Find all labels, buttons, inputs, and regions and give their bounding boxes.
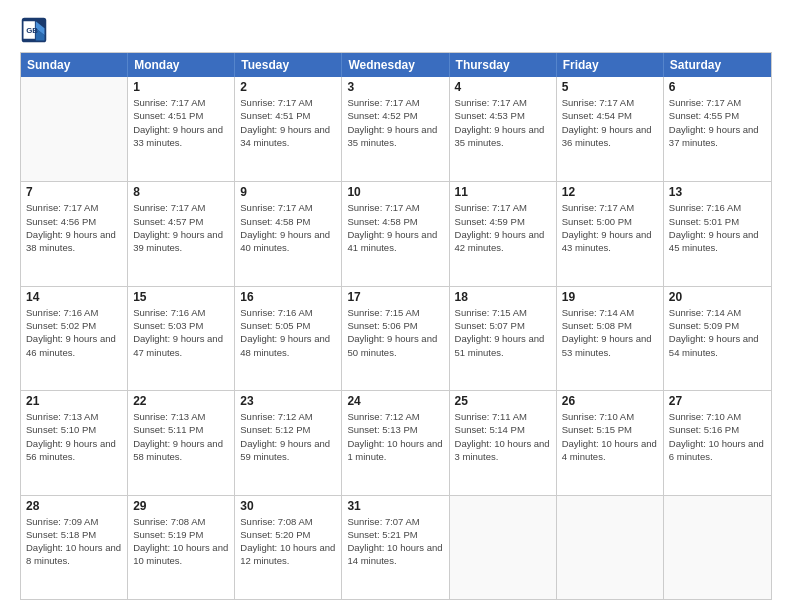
calendar-header: SundayMondayTuesdayWednesdayThursdayFrid… (21, 53, 771, 77)
calendar-day-16: 16Sunrise: 7:16 AMSunset: 5:05 PMDayligh… (235, 287, 342, 390)
calendar-day-13: 13Sunrise: 7:16 AMSunset: 5:01 PMDayligh… (664, 182, 771, 285)
day-number: 16 (240, 290, 336, 304)
day-info: Sunrise: 7:17 AMSunset: 4:53 PMDaylight:… (455, 96, 551, 149)
day-number: 3 (347, 80, 443, 94)
calendar-week-5: 28Sunrise: 7:09 AMSunset: 5:18 PMDayligh… (21, 495, 771, 599)
calendar-day-3: 3Sunrise: 7:17 AMSunset: 4:52 PMDaylight… (342, 77, 449, 181)
day-number: 28 (26, 499, 122, 513)
day-number: 8 (133, 185, 229, 199)
day-info: Sunrise: 7:08 AMSunset: 5:19 PMDaylight:… (133, 515, 229, 568)
day-info: Sunrise: 7:13 AMSunset: 5:10 PMDaylight:… (26, 410, 122, 463)
day-info: Sunrise: 7:17 AMSunset: 4:51 PMDaylight:… (240, 96, 336, 149)
calendar-day-30: 30Sunrise: 7:08 AMSunset: 5:20 PMDayligh… (235, 496, 342, 599)
calendar-day-28: 28Sunrise: 7:09 AMSunset: 5:18 PMDayligh… (21, 496, 128, 599)
day-number: 15 (133, 290, 229, 304)
day-info: Sunrise: 7:16 AMSunset: 5:03 PMDaylight:… (133, 306, 229, 359)
calendar-day-11: 11Sunrise: 7:17 AMSunset: 4:59 PMDayligh… (450, 182, 557, 285)
calendar-day-23: 23Sunrise: 7:12 AMSunset: 5:12 PMDayligh… (235, 391, 342, 494)
calendar-day-21: 21Sunrise: 7:13 AMSunset: 5:10 PMDayligh… (21, 391, 128, 494)
calendar-day-5: 5Sunrise: 7:17 AMSunset: 4:54 PMDaylight… (557, 77, 664, 181)
calendar-day-2: 2Sunrise: 7:17 AMSunset: 4:51 PMDaylight… (235, 77, 342, 181)
calendar-day-9: 9Sunrise: 7:17 AMSunset: 4:58 PMDaylight… (235, 182, 342, 285)
day-number: 12 (562, 185, 658, 199)
calendar-day-20: 20Sunrise: 7:14 AMSunset: 5:09 PMDayligh… (664, 287, 771, 390)
calendar-day-24: 24Sunrise: 7:12 AMSunset: 5:13 PMDayligh… (342, 391, 449, 494)
day-number: 5 (562, 80, 658, 94)
calendar-day-17: 17Sunrise: 7:15 AMSunset: 5:06 PMDayligh… (342, 287, 449, 390)
day-info: Sunrise: 7:12 AMSunset: 5:12 PMDaylight:… (240, 410, 336, 463)
day-info: Sunrise: 7:16 AMSunset: 5:02 PMDaylight:… (26, 306, 122, 359)
weekday-header-sunday: Sunday (21, 53, 128, 77)
day-number: 10 (347, 185, 443, 199)
day-number: 19 (562, 290, 658, 304)
header: GB (20, 16, 772, 44)
day-number: 7 (26, 185, 122, 199)
day-number: 21 (26, 394, 122, 408)
day-info: Sunrise: 7:17 AMSunset: 4:57 PMDaylight:… (133, 201, 229, 254)
calendar-day-22: 22Sunrise: 7:13 AMSunset: 5:11 PMDayligh… (128, 391, 235, 494)
day-info: Sunrise: 7:16 AMSunset: 5:01 PMDaylight:… (669, 201, 766, 254)
weekday-header-saturday: Saturday (664, 53, 771, 77)
day-number: 17 (347, 290, 443, 304)
day-number: 31 (347, 499, 443, 513)
svg-text:GB: GB (26, 26, 38, 35)
calendar-week-3: 14Sunrise: 7:16 AMSunset: 5:02 PMDayligh… (21, 286, 771, 390)
day-info: Sunrise: 7:14 AMSunset: 5:09 PMDaylight:… (669, 306, 766, 359)
calendar-day-18: 18Sunrise: 7:15 AMSunset: 5:07 PMDayligh… (450, 287, 557, 390)
day-info: Sunrise: 7:15 AMSunset: 5:07 PMDaylight:… (455, 306, 551, 359)
day-number: 14 (26, 290, 122, 304)
day-number: 1 (133, 80, 229, 94)
calendar-day-26: 26Sunrise: 7:10 AMSunset: 5:15 PMDayligh… (557, 391, 664, 494)
calendar-body: 1Sunrise: 7:17 AMSunset: 4:51 PMDaylight… (21, 77, 771, 599)
day-info: Sunrise: 7:07 AMSunset: 5:21 PMDaylight:… (347, 515, 443, 568)
calendar-week-2: 7Sunrise: 7:17 AMSunset: 4:56 PMDaylight… (21, 181, 771, 285)
day-info: Sunrise: 7:17 AMSunset: 4:55 PMDaylight:… (669, 96, 766, 149)
weekday-header-friday: Friday (557, 53, 664, 77)
day-info: Sunrise: 7:11 AMSunset: 5:14 PMDaylight:… (455, 410, 551, 463)
calendar-day-4: 4Sunrise: 7:17 AMSunset: 4:53 PMDaylight… (450, 77, 557, 181)
logo-icon: GB (20, 16, 48, 44)
calendar-day-6: 6Sunrise: 7:17 AMSunset: 4:55 PMDaylight… (664, 77, 771, 181)
calendar-day-19: 19Sunrise: 7:14 AMSunset: 5:08 PMDayligh… (557, 287, 664, 390)
calendar-day-8: 8Sunrise: 7:17 AMSunset: 4:57 PMDaylight… (128, 182, 235, 285)
day-number: 20 (669, 290, 766, 304)
calendar-day-empty (450, 496, 557, 599)
day-number: 24 (347, 394, 443, 408)
day-number: 6 (669, 80, 766, 94)
day-info: Sunrise: 7:17 AMSunset: 4:54 PMDaylight:… (562, 96, 658, 149)
day-info: Sunrise: 7:14 AMSunset: 5:08 PMDaylight:… (562, 306, 658, 359)
calendar-day-12: 12Sunrise: 7:17 AMSunset: 5:00 PMDayligh… (557, 182, 664, 285)
day-number: 29 (133, 499, 229, 513)
calendar-day-empty (664, 496, 771, 599)
calendar: SundayMondayTuesdayWednesdayThursdayFrid… (20, 52, 772, 600)
day-number: 27 (669, 394, 766, 408)
day-info: Sunrise: 7:17 AMSunset: 4:58 PMDaylight:… (347, 201, 443, 254)
day-number: 9 (240, 185, 336, 199)
weekday-header-wednesday: Wednesday (342, 53, 449, 77)
calendar-day-31: 31Sunrise: 7:07 AMSunset: 5:21 PMDayligh… (342, 496, 449, 599)
calendar-day-7: 7Sunrise: 7:17 AMSunset: 4:56 PMDaylight… (21, 182, 128, 285)
weekday-header-monday: Monday (128, 53, 235, 77)
weekday-header-tuesday: Tuesday (235, 53, 342, 77)
day-info: Sunrise: 7:10 AMSunset: 5:16 PMDaylight:… (669, 410, 766, 463)
day-info: Sunrise: 7:17 AMSunset: 4:58 PMDaylight:… (240, 201, 336, 254)
calendar-day-15: 15Sunrise: 7:16 AMSunset: 5:03 PMDayligh… (128, 287, 235, 390)
day-info: Sunrise: 7:09 AMSunset: 5:18 PMDaylight:… (26, 515, 122, 568)
day-number: 11 (455, 185, 551, 199)
day-info: Sunrise: 7:17 AMSunset: 4:59 PMDaylight:… (455, 201, 551, 254)
day-number: 18 (455, 290, 551, 304)
calendar-day-14: 14Sunrise: 7:16 AMSunset: 5:02 PMDayligh… (21, 287, 128, 390)
calendar-day-1: 1Sunrise: 7:17 AMSunset: 4:51 PMDaylight… (128, 77, 235, 181)
day-info: Sunrise: 7:12 AMSunset: 5:13 PMDaylight:… (347, 410, 443, 463)
day-info: Sunrise: 7:17 AMSunset: 4:52 PMDaylight:… (347, 96, 443, 149)
calendar-day-10: 10Sunrise: 7:17 AMSunset: 4:58 PMDayligh… (342, 182, 449, 285)
calendar-day-29: 29Sunrise: 7:08 AMSunset: 5:19 PMDayligh… (128, 496, 235, 599)
day-info: Sunrise: 7:17 AMSunset: 5:00 PMDaylight:… (562, 201, 658, 254)
day-info: Sunrise: 7:16 AMSunset: 5:05 PMDaylight:… (240, 306, 336, 359)
logo: GB (20, 16, 52, 44)
calendar-week-1: 1Sunrise: 7:17 AMSunset: 4:51 PMDaylight… (21, 77, 771, 181)
calendar-day-27: 27Sunrise: 7:10 AMSunset: 5:16 PMDayligh… (664, 391, 771, 494)
day-info: Sunrise: 7:17 AMSunset: 4:51 PMDaylight:… (133, 96, 229, 149)
calendar-day-empty (21, 77, 128, 181)
day-info: Sunrise: 7:13 AMSunset: 5:11 PMDaylight:… (133, 410, 229, 463)
